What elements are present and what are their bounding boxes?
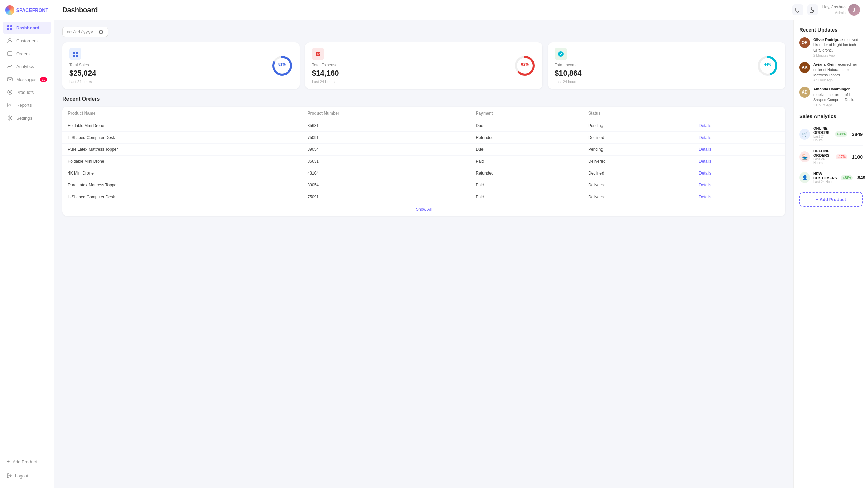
cell-number: 85631	[302, 120, 471, 132]
sidebar-label-orders: Orders	[16, 51, 30, 56]
total-expenses-sub: Last 24 hours	[312, 80, 536, 84]
analytics-count: 849	[857, 175, 865, 180]
update-text: Aviana Klein received her order of Natur…	[813, 62, 863, 78]
sidebar-item-products[interactable]: Products	[3, 86, 51, 98]
update-avatar: AD	[799, 87, 810, 98]
analytics-icon: 👤	[799, 172, 810, 183]
header-right: Hey, Joshua Admin J	[792, 4, 860, 16]
update-item: AK Aviana Klein received her order of Na…	[799, 62, 863, 82]
sidebar-item-messages[interactable]: Messages 26	[3, 73, 51, 85]
theme-toggle-button[interactable]	[807, 4, 818, 15]
details-link[interactable]: Details	[699, 159, 711, 164]
show-all-button[interactable]: Show All	[62, 203, 785, 216]
update-item: OR Oliver Rodriguez received his order o…	[799, 37, 863, 57]
stat-card-total-expenses: Total Expenses $14,160 Last 24 hours 62%	[305, 42, 542, 89]
cell-payment: Due	[471, 120, 583, 132]
cell-number: 43104	[302, 167, 471, 179]
notification-button[interactable]	[792, 4, 803, 15]
sidebar-label-settings: Settings	[16, 116, 32, 121]
svg-rect-14	[73, 55, 75, 57]
cell-status: Pending	[583, 144, 693, 156]
cell-product: Foldable Mini Drone	[62, 156, 302, 167]
sidebar-item-settings[interactable]: Settings	[3, 112, 51, 124]
analytics-info: ONLINE ORDERS Last 24 Hours	[813, 126, 832, 142]
sidebar-label-dashboard: Dashboard	[16, 25, 39, 30]
svg-rect-6	[7, 78, 12, 81]
logout-button[interactable]: Logout	[0, 469, 54, 483]
reports-icon	[7, 102, 13, 108]
update-content: Oliver Rodriguez received his order of N…	[813, 37, 863, 57]
update-text: Oliver Rodriguez received his order of N…	[813, 37, 863, 53]
add-product-button[interactable]: + Add Product	[799, 192, 863, 207]
sidebar-item-orders[interactable]: Orders	[3, 47, 51, 60]
cell-details[interactable]: Details	[693, 144, 785, 156]
analytics-label: NEW CUSTOMERS	[813, 172, 837, 180]
details-link[interactable]: Details	[699, 135, 711, 140]
recent-orders-section: Recent Orders Product Name Product Numbe…	[62, 96, 785, 216]
sidebar-item-analytics[interactable]: Analytics	[3, 60, 51, 73]
analytics-icon: 🛒	[799, 129, 810, 140]
sidebar-label-reports: Reports	[16, 103, 32, 108]
cell-details[interactable]: Details	[693, 120, 785, 132]
brand-suffix: FRONT	[32, 7, 48, 13]
analytics-item: 🏪 OFFLINE ORDERS Last 24 Hours -17% 1100	[799, 146, 863, 168]
cell-details[interactable]: Details	[693, 132, 785, 144]
cell-details[interactable]: Details	[693, 179, 785, 191]
add-product-nav[interactable]: + Add Product	[0, 454, 54, 469]
details-link[interactable]: Details	[699, 171, 711, 176]
stats-row: Total Sales $25,024 Last 24 hours 81% To…	[62, 42, 785, 89]
messages-badge: 26	[40, 77, 47, 82]
table-row: 4K Mini Drone 43104 Refunded Declined De…	[62, 167, 785, 179]
analytics-sub: Last 24 Hours	[813, 135, 832, 142]
details-link[interactable]: Details	[699, 147, 711, 152]
svg-rect-11	[796, 8, 800, 11]
logout-label: Logout	[15, 473, 28, 479]
date-filter	[62, 27, 785, 37]
user-hey: Hey, Joshua	[822, 5, 846, 10]
cell-product: L-Shaped Computer Desk	[62, 132, 302, 144]
cell-status: Delivered	[583, 156, 693, 167]
user-name: Joshua	[831, 5, 846, 9]
messages-icon	[7, 76, 13, 82]
sidebar-label-messages: Messages	[16, 77, 36, 82]
customers-icon	[7, 38, 13, 44]
svg-rect-13	[76, 52, 78, 54]
cell-number: 75091	[302, 191, 471, 203]
cell-details[interactable]: Details	[693, 167, 785, 179]
details-link[interactable]: Details	[699, 123, 711, 128]
cell-payment: Paid	[471, 156, 583, 167]
svg-point-8	[9, 92, 11, 93]
cell-status: Pending	[583, 120, 693, 132]
analytics-sub: Last 24 Hours	[813, 157, 832, 165]
sidebar-nav: Dashboard Customers Orders Analytics	[0, 22, 54, 454]
total-sales-value: $25,024	[69, 69, 293, 78]
sidebar-item-dashboard[interactable]: Dashboard	[3, 22, 51, 34]
sidebar-item-customers[interactable]: Customers	[3, 35, 51, 47]
update-content: Aviana Klein received her order of Natur…	[813, 62, 863, 82]
cell-number: 85631	[302, 156, 471, 167]
analytics-item: 👤 NEW CUSTOMERS Last 24 Hours +28% 849	[799, 168, 863, 187]
stat-card-total-sales: Total Sales $25,024 Last 24 hours 81%	[62, 42, 300, 89]
date-input[interactable]	[62, 27, 108, 37]
analytics-sub: Last 24 Hours	[813, 180, 837, 184]
details-link[interactable]: Details	[699, 195, 711, 199]
stat-card-total-income: Total Income $10,864 Last 24 hours 44%	[548, 42, 785, 89]
cell-product: Pure Latex Mattress Topper	[62, 144, 302, 156]
brand-logo[interactable]: SPACEFRONT	[0, 5, 54, 22]
update-avatar: AK	[799, 62, 810, 73]
sidebar-item-reports[interactable]: Reports	[3, 99, 51, 111]
analytics-label: OFFLINE ORDERS	[813, 149, 832, 157]
orders-table: Product Name Product Number Payment Stat…	[62, 107, 785, 216]
cell-details[interactable]: Details	[693, 191, 785, 203]
update-item: AD Amanda Damminger received her order o…	[799, 87, 863, 107]
update-time: 2 Minutes Ago	[813, 54, 863, 57]
cell-payment: Paid	[471, 179, 583, 191]
settings-icon	[7, 115, 13, 121]
cell-status: Declined	[583, 132, 693, 144]
details-link[interactable]: Details	[699, 183, 711, 187]
cell-details[interactable]: Details	[693, 156, 785, 167]
avatar[interactable]: J	[848, 4, 860, 16]
brand-prefix: SPACE	[16, 7, 32, 13]
analytics-badge: +28%	[841, 175, 853, 180]
update-time: 2 Hours Ago	[813, 103, 863, 107]
